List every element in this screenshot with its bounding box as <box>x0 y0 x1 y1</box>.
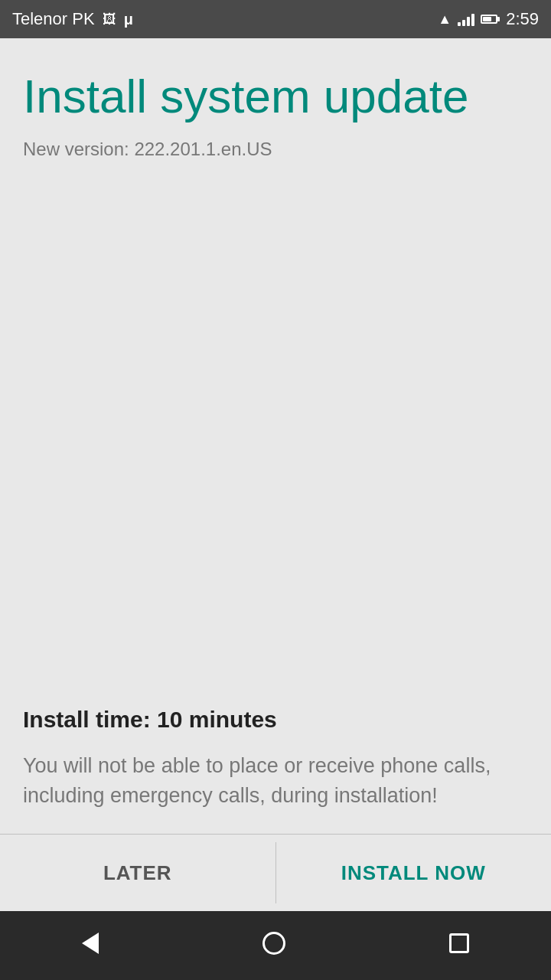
install-time-label: Install time: 10 minutes <box>23 707 528 733</box>
action-buttons: LATER INSTALL NOW <box>0 835 551 911</box>
nav-bar <box>0 911 551 980</box>
recents-button[interactable] <box>449 933 469 959</box>
clock: 2:59 <box>506 9 539 29</box>
later-button[interactable]: LATER <box>0 835 276 911</box>
install-now-button[interactable]: INSTALL NOW <box>276 835 552 911</box>
battery-icon <box>481 15 500 24</box>
status-bar-left: Telenor PK 🖼 μ <box>12 9 133 29</box>
page-title: Install system update <box>23 69 528 123</box>
bottom-section: Install time: 10 minutes You will not be… <box>0 684 551 834</box>
status-bar: Telenor PK 🖼 μ ▲ 2:59 <box>0 0 551 38</box>
gallery-icon: 🖼 <box>103 11 116 28</box>
wifi-icon: ▲ <box>438 11 452 28</box>
main-content: Install system update New version: 222.2… <box>0 38 551 684</box>
carrier-name: Telenor PK <box>12 9 95 29</box>
home-button[interactable] <box>262 932 285 960</box>
version-text: New version: 222.201.1.en.US <box>23 139 528 160</box>
status-bar-right: ▲ 2:59 <box>438 9 539 29</box>
utorrent-icon: μ <box>124 11 133 28</box>
signal-icon <box>458 12 474 26</box>
warning-text: You will not be able to place or receive… <box>23 751 528 811</box>
back-button[interactable] <box>82 933 99 959</box>
